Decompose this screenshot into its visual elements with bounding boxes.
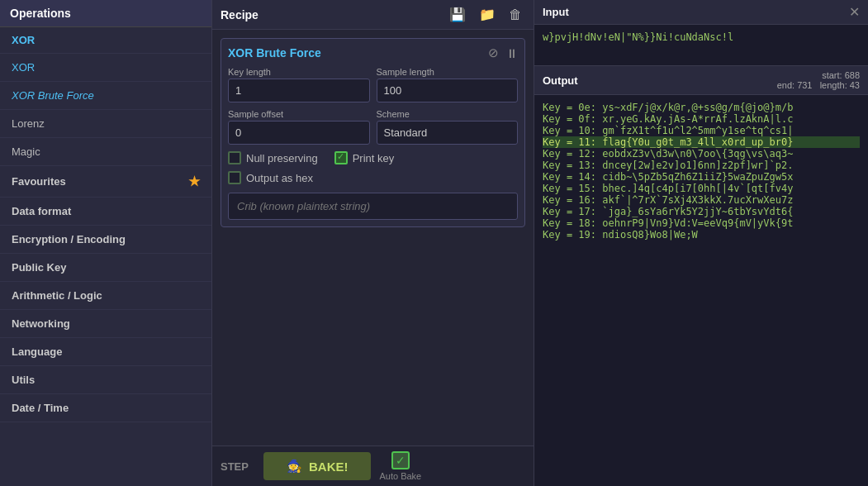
output-hex-row: Output as hex [228,171,518,184]
star-icon: ★ [188,174,200,189]
crib-input[interactable] [228,193,518,220]
stat-end: end: 731 [777,80,813,90]
save-button[interactable]: 💾 [446,5,469,24]
input-title: Input [543,6,569,18]
output-panel: Output start: 688 end: 731 length: 43 Ke… [534,66,868,486]
sidebar-item-arithmetic-logic[interactable]: Arithmetic / Logic [0,282,211,310]
output-line: Key = 19: ndiosQ8}Wo8|We;W [543,229,698,241]
sidebar-item-date-time[interactable]: Date / Time [0,394,211,422]
input-panel: Input ✕ w}pvjH!dNv!eN|"N%}}Ni!cuNdaNsc!l [534,0,868,66]
bake-button[interactable]: 🧙 BAKE! [263,452,372,480]
output-line: Key = 14: cidb~\5pZb5qZh6Z1iiZ}5waZpuZgw… [543,171,793,183]
open-button[interactable]: 📁 [476,5,499,24]
input-close-button[interactable]: ✕ [849,4,860,20]
null-preserving-text: Null preserving [246,152,318,164]
output-line: Key = 10: gm`fzX1t^f1u^l2^5mm^y1se^tq^cs… [543,125,793,136]
scheme-group: Scheme [377,109,519,145]
output-title: Output [543,74,578,87]
sidebar-item-encryption-encoding[interactable]: Encryption / Encoding [0,226,211,254]
sample-length-label: Sample length [377,67,519,77]
scheme-input[interactable] [377,121,519,145]
sidebar-item-language[interactable]: Language [0,338,211,366]
sidebar-item-xor-brute-force[interactable]: XOR Brute Force [0,82,211,110]
sidebar-item-data-format[interactable]: Data format [0,198,211,226]
print-key-label[interactable]: Print key [334,151,395,164]
sidebar-item-public-key[interactable]: Public Key [0,254,211,282]
favourites-label: Favourites [12,175,66,188]
sample-length-group: Sample length [377,67,519,102]
recipe-header-icons: 💾 📁 🗑 [446,5,525,24]
step-label: STEP [221,460,249,473]
xor-block-controls: ⊘ ⏸ [488,45,518,60]
sample-offset-group: Sample offset [228,109,370,145]
disable-button[interactable]: ⊘ [488,45,499,60]
sidebar-item-networking[interactable]: Networking [0,310,211,338]
sample-offset-input[interactable] [228,121,370,145]
io-panels: Input ✕ w}pvjH!dNv!eN|"N%}}Ni!cuNdaNsc!l… [534,0,868,486]
recipe-header: Recipe 💾 📁 🗑 [212,0,534,30]
checkbox-row-1: Null preserving Print key [228,151,518,164]
xor-block-title: XOR Brute Force [228,46,321,60]
checkbox-group-1: Null preserving Print key [228,151,394,164]
output-line: Key = 18: oehnrP9|Vn9}Vd:V=eeVq9{mV|yVk{… [543,217,793,229]
sample-offset-label: Sample offset [228,109,370,119]
bake-icon: 🧙 [287,459,302,474]
scheme-label: Scheme [377,109,519,119]
sidebar-item-xor-title: XOR [0,27,211,54]
xor-block-header: XOR Brute Force ⊘ ⏸ [228,45,518,60]
output-line: Key = 12: eobdxZ3v\d3w\n0\7oo\{3qg\vs\aq… [543,148,793,160]
auto-bake-group: ✓ Auto Bake [379,451,421,481]
content-area: Recipe 💾 📁 🗑 XOR Brute Force ⊘ ⏸ Key len… [212,0,868,486]
output-hex-checkbox[interactable] [228,171,241,184]
print-key-text: Print key [353,152,395,164]
auto-bake-checkbox[interactable]: ✓ [391,451,410,469]
recipe-title: Recipe [221,8,259,21]
auto-bake-label: Auto Bake [379,471,421,481]
stat-length: length: 43 [820,80,860,90]
null-preserving-label[interactable]: Null preserving [228,151,318,164]
sidebar-item-magic[interactable]: Magic [0,138,211,166]
output-line: Key = 17: `jga}_6sYa6rYk5Y2jjY~6tbYsvYdt… [543,206,793,217]
operations-header: Operations [0,0,211,27]
pause-button[interactable]: ⏸ [505,45,518,60]
print-key-checkbox[interactable] [334,151,348,164]
recipe-panel: Recipe 💾 📁 🗑 XOR Brute Force ⊘ ⏸ Key len… [212,0,534,486]
key-length-label: Key length [228,67,370,77]
null-preserving-checkbox[interactable] [228,151,241,164]
output-line: Key = 15: bhec.]4q[c4p[i7[0hh[|4v`[qt[fv… [543,183,793,194]
favourites-section[interactable]: Favourites ★ [0,166,211,198]
key-length-input[interactable] [228,79,370,102]
input-content[interactable]: w}pvjH!dNv!eN|"N%}}Ni!cuNdaNsc!l [534,25,868,65]
bottom-bar: STEP 🧙 BAKE! ✓ Auto Bake [212,446,534,486]
stat-start: start: 688 [822,70,860,80]
output-stats: start: 688 end: 731 length: 43 [777,70,860,90]
auto-bake-check-icon: ✓ [396,454,406,467]
output-panel-header: Output start: 688 end: 731 length: 43 [534,66,868,95]
output-line: Key = 13: dncey[2w]e2v]o1]6nn]z2pf]wr]`p… [543,160,793,171]
sidebar-item-xor[interactable]: XOR [0,54,211,82]
output-line: Key = 16: akf`|^7rX`7sXj4X3kkX.7ucXrwXeu… [543,194,793,206]
sidebar-item-utils[interactable]: Utils [0,366,211,394]
output-hex-text: Output as hex [246,172,313,184]
params-grid: Key length Sample length Sample offset S… [228,67,518,145]
sample-length-input[interactable] [377,79,519,102]
output-line: Key = 0f: xr.yeG.kAy.jAs-A*rrAf.lzAknA|l… [543,113,793,125]
output-hex-label[interactable]: Output as hex [228,171,313,184]
input-panel-header: Input ✕ [534,0,868,25]
delete-button[interactable]: 🗑 [505,5,525,24]
output-line: Key = 0e: ys~xdF/j@x/k@r,@+ss@g/m{@jo@}m… [543,102,793,113]
bake-label: BAKE! [309,460,349,474]
sidebar-item-lorenz[interactable]: Lorenz [0,110,211,138]
key-length-group: Key length [228,67,370,102]
xor-brute-force-block: XOR Brute Force ⊘ ⏸ Key length Sample le… [221,38,525,227]
output-line-highlighted: Key = 11: flag{Y0u_g0t_m3_4ll_x0rd_up_br… [543,136,860,148]
output-content[interactable]: Key = 0e: ys~xdF/j@x/k@r,@+ss@g/m{@jo@}m… [534,95,868,486]
sidebar: Operations XOR XOR XOR Brute Force Loren… [0,0,212,486]
